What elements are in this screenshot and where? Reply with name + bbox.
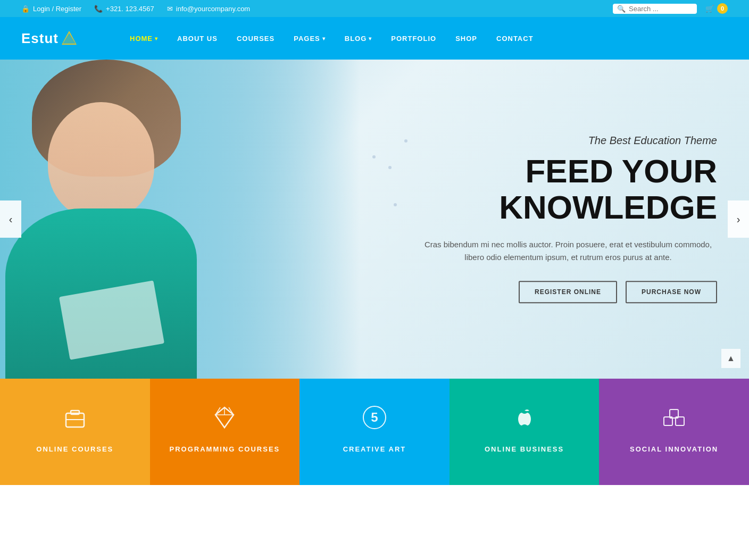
hero-title: FEED YOUR KNOWLEDGE [419, 153, 717, 225]
phone-text: +321. 123.4567 [106, 5, 154, 13]
search-icon: 🔍 [617, 5, 626, 13]
search-input[interactable] [629, 5, 693, 13]
hero-person [0, 60, 360, 379]
svg-rect-3 [71, 411, 79, 414]
nav-item-blog[interactable]: BLOG ▾ [335, 17, 382, 60]
carousel-next-button[interactable]: › [728, 200, 749, 238]
feature-card-online-business[interactable]: ONLINE BUSINESS [450, 379, 600, 485]
chevron-down-icon: ▾ [322, 36, 326, 41]
hero-description: Cras bibendum mi nec mollis auctor. Proi… [419, 239, 717, 264]
hero-buttons: REGISTER ONLINE PURCHASE NOW [419, 281, 717, 304]
top-bar-right: 🔍 🛒 0 [613, 3, 728, 14]
chevron-down-icon: ▾ [155, 36, 158, 41]
feature-label-0: ONLINE COURSES [36, 445, 113, 453]
five-icon: 5 [362, 405, 387, 434]
email-text: info@yourcompany.com [176, 5, 250, 13]
feature-card-social-innovation[interactable]: SOCIAL INNOVATION [599, 379, 749, 485]
feature-label-3: ONLINE BUSINESS [485, 445, 564, 453]
feature-label-4: SOCIAL INNOVATION [630, 445, 718, 453]
cart-icon: 🛒 [705, 5, 714, 13]
hero-subtitle: The Best Education Theme [419, 135, 717, 147]
lock-icon: 🔒 [21, 5, 30, 13]
top-bar: 🔒 Login / Register 📞 +321. 123.4567 ✉ in… [0, 0, 749, 17]
login-item[interactable]: 🔒 Login / Register [21, 5, 81, 13]
nav-item-shop[interactable]: SHOP [446, 17, 487, 60]
feature-label-2: CREATIVE ART [343, 445, 406, 453]
feature-card-creative-art[interactable]: 5 CREATIVE ART [299, 379, 450, 485]
feature-label-1: PROGRAMMING COURSES [170, 445, 280, 453]
nav-item-courses[interactable]: COURSES [227, 17, 284, 60]
feature-cards: ONLINE COURSES PROGRAMMING COURSES 5 CRE… [0, 379, 749, 485]
cart-wrap[interactable]: 🛒 0 [705, 3, 728, 14]
logo-text: Estut [21, 30, 59, 47]
login-text[interactable]: Login / Register [33, 5, 81, 13]
scroll-up-button[interactable]: ▲ [721, 349, 740, 368]
face-shape [48, 102, 154, 219]
nav-item-portfolio[interactable]: PORTFOLIO [381, 17, 446, 60]
nav-bar: Estut HOME ▾ ABOUT US COURSES PAGES ▾ BL… [0, 17, 749, 60]
cart-badge: 0 [717, 3, 728, 14]
nav-item-about[interactable]: ABOUT US [168, 17, 227, 60]
feature-card-programming[interactable]: PROGRAMMING COURSES [150, 379, 300, 485]
register-button[interactable]: REGISTER ONLINE [519, 281, 617, 304]
svg-marker-1 [63, 33, 76, 44]
phone-item: 📞 +321. 123.4567 [94, 5, 154, 13]
nav-item-contact[interactable]: CONTACT [487, 17, 543, 60]
email-item: ✉ info@yourcompany.com [167, 5, 250, 13]
email-icon: ✉ [167, 5, 173, 13]
hero-content: The Best Education Theme FEED YOUR KNOWL… [419, 135, 717, 303]
logo-icon [61, 30, 78, 47]
diamond-icon [212, 405, 237, 434]
logo[interactable]: Estut [21, 30, 78, 47]
search-bar[interactable]: 🔍 [613, 4, 697, 14]
top-bar-left: 🔒 Login / Register 📞 +321. 123.4567 ✉ in… [21, 5, 250, 13]
briefcase-icon [63, 405, 87, 434]
feature-card-online-courses[interactable]: ONLINE COURSES [0, 379, 150, 485]
carousel-prev-button[interactable]: ‹ [0, 200, 21, 238]
nav-item-home[interactable]: HOME ▾ [120, 17, 168, 60]
hero-section: ‹ The Best Education Theme FEED YOUR KNO… [0, 60, 749, 379]
apple-icon [512, 405, 537, 434]
chevron-down-icon: ▾ [369, 36, 372, 41]
nav-item-pages[interactable]: PAGES ▾ [284, 17, 335, 60]
svg-text:5: 5 [371, 410, 378, 424]
phone-icon: 📞 [94, 5, 103, 13]
nav-items: HOME ▾ ABOUT US COURSES PAGES ▾ BLOG ▾ P… [120, 17, 543, 60]
purchase-button[interactable]: PURCHASE NOW [626, 281, 717, 304]
cubes-icon [662, 405, 686, 434]
